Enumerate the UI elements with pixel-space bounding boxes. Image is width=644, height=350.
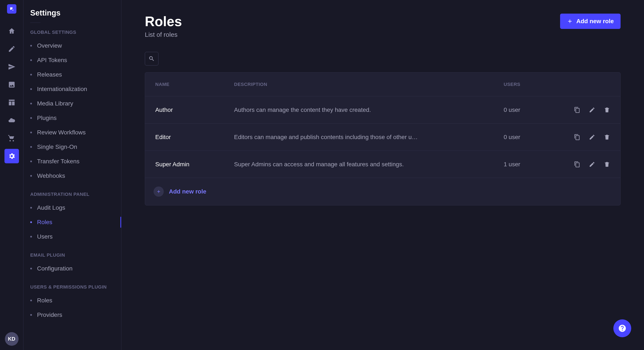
table-header-row: Name Description Users — [145, 72, 620, 96]
column-header-description: Description — [234, 82, 504, 87]
sidebar-item-label: Plugins — [37, 115, 57, 121]
sidebar-item-label: Media Library — [37, 100, 73, 107]
sidebar-item-label: Releases — [37, 71, 62, 78]
sidebar-item-label: Audit Logs — [37, 204, 65, 211]
settings-sidebar: Settings Global Settings Overview API To… — [24, 0, 122, 350]
rail-marketplace[interactable] — [4, 131, 19, 146]
column-header-name: Name — [155, 82, 234, 87]
search-button[interactable] — [145, 52, 158, 65]
divider — [30, 22, 40, 23]
sidebar-item-up-providers[interactable]: Providers — [24, 308, 121, 322]
role-users: 0 user — [504, 134, 559, 141]
section-label-email-plugin: Email Plugin — [24, 252, 121, 261]
plus-circle-icon — [154, 186, 164, 197]
add-row-label: Add new role — [169, 188, 206, 195]
role-description: Super Admins can access and manage all f… — [234, 161, 504, 168]
page-title: Roles — [145, 14, 182, 29]
role-name: Editor — [155, 134, 234, 141]
sidebar-item-label: Roles — [37, 219, 52, 226]
rail-settings[interactable] — [4, 149, 19, 163]
sidebar-item-transfer-tokens[interactable]: Transfer Tokens — [24, 154, 121, 169]
paper-plane-icon — [8, 63, 16, 71]
sidebar-item-label: Configuration — [37, 265, 72, 272]
copy-icon[interactable] — [574, 161, 580, 168]
sidebar-item-label: Transfer Tokens — [37, 158, 80, 165]
user-avatar[interactable]: KD — [5, 332, 18, 346]
app-logo[interactable] — [7, 4, 16, 14]
sidebar-item-label: Overview — [37, 42, 62, 49]
plus-icon — [567, 18, 573, 24]
role-description: Editors can manage and publish contents … — [234, 134, 504, 141]
image-icon — [8, 81, 16, 88]
edit-icon[interactable] — [589, 134, 595, 140]
section-label-admin-panel: Administration Panel — [24, 191, 121, 200]
section-label-global: Global Settings — [24, 29, 121, 38]
icon-rail: KD — [0, 0, 24, 350]
main-content: Roles List of roles Add new role Name De… — [122, 0, 644, 350]
role-name: Author — [155, 107, 234, 113]
sidebar-item-up-roles[interactable]: Roles — [24, 293, 121, 308]
home-icon — [8, 27, 16, 35]
trash-icon[interactable] — [604, 107, 610, 113]
edit-icon[interactable] — [589, 161, 595, 168]
rail-content-types[interactable] — [4, 95, 19, 110]
copy-icon[interactable] — [574, 107, 580, 113]
section-label-users-permissions: Users & Permissions Plugin — [24, 284, 121, 293]
role-name: Super Admin — [155, 161, 234, 168]
page-subtitle: List of roles — [145, 31, 182, 38]
help-button[interactable] — [613, 319, 631, 337]
sidebar-item-label: Users — [37, 233, 52, 240]
copy-icon[interactable] — [574, 134, 580, 140]
sidebar-item-roles[interactable]: Roles — [24, 215, 121, 229]
add-new-role-button[interactable]: Add new role — [560, 14, 620, 29]
sidebar-item-label: Single Sign-On — [37, 144, 77, 150]
column-header-users: Users — [504, 82, 559, 87]
button-label: Add new role — [576, 18, 614, 25]
role-users: 1 user — [504, 161, 559, 168]
strapi-logo-icon — [9, 6, 14, 11]
layout-icon — [8, 99, 16, 106]
sidebar-item-plugins[interactable]: Plugins — [24, 111, 121, 125]
search-icon — [148, 55, 155, 62]
sidebar-item-media-library[interactable]: Media Library — [24, 96, 121, 111]
rail-releases[interactable] — [4, 59, 19, 74]
sidebar-item-audit-logs[interactable]: Audit Logs — [24, 200, 121, 215]
plus-icon — [156, 189, 161, 194]
sidebar-item-overview[interactable]: Overview — [24, 38, 121, 53]
sidebar-item-review-workflows[interactable]: Review Workflows — [24, 125, 121, 140]
trash-icon[interactable] — [604, 161, 610, 168]
rail-content-manager[interactable] — [4, 42, 19, 56]
rail-cloud[interactable] — [4, 113, 19, 128]
gear-icon — [8, 152, 16, 160]
sidebar-item-internationalization[interactable]: Internationalization — [24, 82, 121, 96]
cloud-icon — [8, 117, 16, 124]
edit-icon[interactable] — [589, 107, 595, 113]
sidebar-item-label: Internationalization — [37, 86, 87, 93]
sidebar-item-releases[interactable]: Releases — [24, 67, 121, 82]
sidebar-item-single-sign-on[interactable]: Single Sign-On — [24, 140, 121, 154]
sidebar-item-label: Webhooks — [37, 173, 65, 179]
sidebar-item-webhooks[interactable]: Webhooks — [24, 169, 121, 183]
sidebar-item-users[interactable]: Users — [24, 229, 121, 244]
sidebar-item-label: Providers — [37, 312, 62, 318]
table-row[interactable]: Author Authors can manage the content th… — [145, 96, 620, 124]
pen-icon — [8, 45, 16, 53]
sidebar-title: Settings — [24, 8, 121, 22]
cart-icon — [8, 134, 16, 142]
question-icon — [618, 324, 626, 333]
roles-table: Name Description Users Author Authors ca… — [145, 72, 620, 205]
page-header: Roles List of roles Add new role — [145, 14, 620, 38]
trash-icon[interactable] — [604, 134, 610, 140]
rail-home[interactable] — [4, 24, 19, 38]
rail-media[interactable] — [4, 77, 19, 92]
add-new-role-row[interactable]: Add new role — [145, 178, 620, 205]
sidebar-item-api-tokens[interactable]: API Tokens — [24, 53, 121, 67]
sidebar-item-label: Review Workflows — [37, 129, 86, 136]
table-row[interactable]: Super Admin Super Admins can access and … — [145, 151, 620, 178]
table-row[interactable]: Editor Editors can manage and publish co… — [145, 124, 620, 151]
sidebar-item-email-configuration[interactable]: Configuration — [24, 261, 121, 276]
sidebar-item-label: API Tokens — [37, 57, 67, 64]
role-users: 0 user — [504, 107, 559, 113]
role-description: Authors can manage the content they have… — [234, 107, 504, 113]
sidebar-item-label: Roles — [37, 297, 52, 304]
